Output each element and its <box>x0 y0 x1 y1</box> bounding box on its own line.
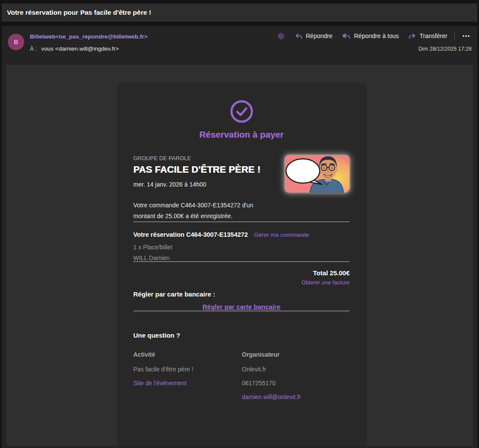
event-title: PAS FACILE D'ÊTRE PÈRE ! <box>133 164 276 175</box>
to-label: À : <box>30 45 37 52</box>
brightness-icon <box>277 32 285 40</box>
event-summary: GROUPE DE PAROLE PAS FACILE D'ÊTRE PÈRE … <box>133 155 350 193</box>
reply-all-icon <box>341 32 351 40</box>
divider <box>133 261 350 262</box>
ticket-holder: WILL Damien <box>133 255 350 261</box>
email-subject: Votre réservation pour Pas facile d'être… <box>7 9 151 16</box>
mail-panel: B Billetweb<ne_pas_repondre@billetweb.fr… <box>2 26 477 448</box>
event-image[interactable] <box>285 155 350 193</box>
message-body: Réservation à payer GROUPE DE PAROLE PAS… <box>6 65 473 446</box>
reply-button[interactable]: Répondre <box>294 32 333 40</box>
status-check-row <box>133 100 350 125</box>
order-line-2: montant de 25.00€ a été enregistrée. <box>133 211 350 222</box>
reply-icon <box>294 32 303 40</box>
pay-by-card-link[interactable]: Régler par carte bancaire <box>203 303 280 310</box>
subject-bar: Votre réservation pour Pas facile d'être… <box>2 3 477 22</box>
event-datetime: mer. 14 janv. 2026 à 14h00 <box>133 181 276 188</box>
avatar-letter: B <box>14 39 18 45</box>
order-line-1: Votre commande C464-3007-E1354272 d'un <box>133 200 350 211</box>
brightness-toggle-button[interactable] <box>277 32 285 40</box>
status-check-icon <box>230 100 253 125</box>
event-category: GROUPE DE PAROLE <box>133 155 276 161</box>
ticket-line: 1 x Place/billet <box>133 244 350 251</box>
pay-section-label: Régler par carte bancaire : <box>133 290 350 298</box>
reply-label: Répondre <box>306 32 333 39</box>
sender-name[interactable]: Billetweb<ne_pas_repondre@billetweb.fr> <box>30 33 148 40</box>
activity-name: Pas facile d'être père ! <box>133 364 242 374</box>
divider <box>133 311 350 311</box>
organizer-name: Onlevit.fr <box>242 364 301 374</box>
organizer-phone: 0617255170 <box>242 378 301 388</box>
forward-button[interactable]: Transférer <box>408 32 447 40</box>
sender-avatar: B <box>8 34 24 50</box>
activity-column: Activité Pas facile d'être père ! Site d… <box>133 351 242 402</box>
reply-all-label: Répondre à tous <box>354 32 399 39</box>
divider <box>133 222 350 222</box>
organizer-header: Organisateur <box>242 351 301 358</box>
recipient-address[interactable]: vous <damien.will@ingdev.fr> <box>41 45 119 52</box>
forward-icon <box>408 32 417 40</box>
forward-label: Transférer <box>420 32 447 39</box>
message-timestamp: Dim 28/12/2025 17:28 <box>418 46 472 52</box>
mail-app: { "subject_bar": { "text": "Votre réserv… <box>0 0 479 448</box>
footer-columns: Activité Pas facile d'être père ! Site d… <box>133 351 350 402</box>
status-title: Réservation à payer <box>133 129 350 140</box>
question-title: Une question ? <box>133 332 350 339</box>
manage-order-link[interactable]: Gérer ma commande <box>254 232 309 238</box>
get-invoice-link[interactable]: Obtenir une facture <box>302 279 350 286</box>
reply-all-button[interactable]: Répondre à tous <box>341 32 399 40</box>
reservation-line: Votre réservation C464-3007-E1354272 Gér… <box>133 231 350 238</box>
message-actions: Répondre Répondre à tous Transférer <box>277 31 472 41</box>
order-confirmation-text: Votre commande C464-3007-E1354272 d'un m… <box>133 200 350 222</box>
total-amount: Total 25.00€ <box>133 269 350 277</box>
event-texts: GROUPE DE PAROLE PAS FACILE D'ÊTRE PÈRE … <box>133 155 276 188</box>
organizer-column: Organisateur Onlevit.fr 0617255170 damie… <box>242 351 301 402</box>
recipient-line: À : vous <damien.will@ingdev.fr> <box>30 45 119 52</box>
more-actions-button[interactable]: ••• <box>461 32 472 40</box>
organizer-email-link[interactable]: damien.will@onlevit.fr <box>242 393 301 400</box>
activity-header: Activité <box>133 351 242 358</box>
email-content-card: Réservation à payer GROUPE DE PAROLE PAS… <box>117 83 367 446</box>
actions-divider <box>454 32 455 40</box>
event-site-link[interactable]: Site de l'événement <box>133 380 186 387</box>
reservation-number: Votre réservation C464-3007-E1354272 <box>133 231 248 238</box>
